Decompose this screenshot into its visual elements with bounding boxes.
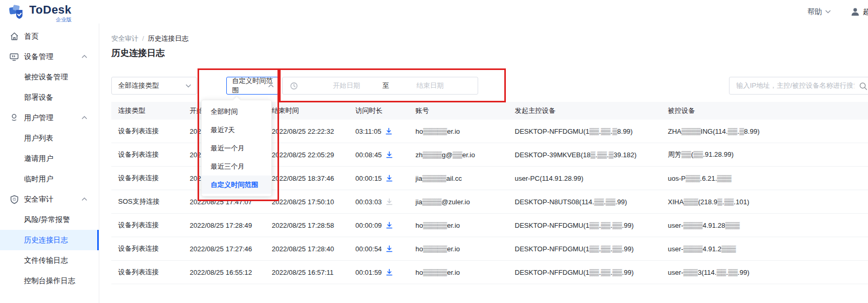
todesk-logo-icon — [8, 4, 26, 20]
date-range-to-label: 至 — [378, 81, 394, 90]
dropdown-option-all-time[interactable]: 全部时间 — [202, 102, 271, 121]
chevron-up-icon — [82, 116, 87, 120]
sidebar-item-risk-alerts[interactable]: 风险/异常报警 — [0, 209, 99, 230]
home-icon — [9, 32, 19, 41]
breadcrumb-parent[interactable]: 安全审计 — [111, 34, 138, 42]
col-connection-type: 连接类型 — [111, 106, 190, 115]
account-menu[interactable]: 超级管理员 — [851, 7, 868, 17]
col-end-time: 结束时间 — [272, 106, 355, 115]
col-duration: 访问时长 — [355, 106, 415, 115]
sidebar-item-device-mgmt[interactable]: 设备管理 — [0, 46, 99, 67]
sidebar-item-security-audit[interactable]: 安全审计 — [0, 189, 99, 209]
clock-icon — [290, 82, 298, 90]
chevron-down-icon — [186, 84, 191, 88]
chevron-down-icon — [825, 10, 831, 14]
sidebar-item-user-list[interactable]: 用户列表 — [0, 128, 99, 148]
date-range-picker[interactable]: 开始日期 至 结束日期 — [282, 77, 478, 95]
time-range-select[interactable]: 自定义时间范围 — [226, 77, 279, 95]
dropdown-option-last-7-days[interactable]: 最近7天 — [202, 121, 271, 139]
user-group-icon — [9, 113, 19, 123]
account-label: 超级管理员 — [863, 7, 868, 17]
help-label: 帮助 — [807, 7, 822, 17]
brand-logo[interactable]: ToDesk 企业版 — [8, 4, 72, 24]
sidebar-item-file-transfer-logs[interactable]: 文件传输日志 — [0, 250, 99, 271]
brand-name: ToDesk — [29, 4, 72, 16]
main-content: 安全审计/历史连接日志 历史连接日志 全部连接类型 自定义时间范围 开始日期 至… — [99, 24, 868, 303]
shield-icon — [9, 195, 19, 204]
chevron-up-icon — [82, 55, 87, 59]
download-record-icon[interactable] — [386, 245, 393, 252]
table-row: 设备列表连接 2022/08/25 17:27:46 2022/08/25 17… — [111, 237, 868, 261]
table-row: 设备列表连接 2022/08/25 17:28:49 2022/08/25 17… — [111, 214, 868, 237]
sidebar-item-controlled-devices[interactable]: 被控设备管理 — [0, 67, 99, 87]
sidebar-item-deploy-devices[interactable]: 部署设备 — [0, 87, 99, 108]
time-range-dropdown: 全部时间 最近7天 最近一个月 最近三个月 自定义时间范围 — [201, 100, 272, 196]
dropdown-option-last-3-months[interactable]: 最近三个月 — [202, 157, 271, 176]
download-record-icon-disabled — [386, 198, 393, 205]
download-record-icon[interactable] — [386, 174, 393, 182]
download-record-icon[interactable] — [385, 127, 392, 135]
sidebar-item-home[interactable]: 首页 — [0, 26, 99, 46]
brand-edition: 企业版 — [29, 16, 72, 24]
top-bar: ToDesk 企业版 帮助 超级管理员 — [0, 0, 868, 24]
search-icon[interactable] — [859, 82, 867, 90]
page-title: 历史连接日志 — [111, 47, 165, 59]
breadcrumb: 安全审计/历史连接日志 — [111, 34, 189, 43]
connection-type-select[interactable]: 全部连接类型 — [111, 77, 197, 95]
download-record-icon[interactable] — [386, 269, 393, 276]
sidebar-item-history-logs[interactable]: 历史连接日志 — [0, 230, 99, 250]
sidebar-item-user-mgmt[interactable]: 用户管理 — [0, 108, 99, 128]
sidebar-nav: 首页 设备管理 被控设备管理 部署设备 用户管理 — [0, 24, 99, 303]
col-account: 账号 — [415, 106, 515, 115]
device-icon — [9, 52, 19, 62]
search-input[interactable]: 输入IP地址，主控/被控设备名称进行搜索 — [729, 77, 868, 95]
dropdown-option-last-month[interactable]: 最近一个月 — [202, 139, 271, 157]
sidebar-item-invite-user[interactable]: 邀请用户 — [0, 148, 99, 169]
sidebar-item-temp-user[interactable]: 临时用户 — [0, 169, 99, 189]
dropdown-option-custom-range[interactable]: 自定义时间范围 — [202, 176, 271, 194]
chevron-up-icon — [268, 84, 274, 88]
download-record-icon[interactable] — [386, 222, 393, 229]
download-record-icon[interactable] — [386, 151, 393, 158]
help-menu[interactable]: 帮助 — [807, 7, 831, 17]
table-row: 设备列表连接 2022/08/25 16:55:12 2022/08/25 16… — [111, 261, 868, 284]
sidebar-item-console-logs[interactable]: 控制台操作日志 — [0, 271, 99, 291]
col-source-device: 发起主控设备 — [515, 106, 668, 115]
search-placeholder: 输入IP地址，主控/被控设备名称进行搜索 — [736, 81, 854, 90]
chevron-up-icon — [82, 197, 87, 201]
breadcrumb-current: 历史连接日志 — [148, 34, 189, 42]
col-target-device: 被控设备 — [668, 106, 868, 115]
user-avatar-icon — [851, 7, 860, 16]
end-date-input[interactable]: 结束日期 — [399, 81, 461, 90]
start-date-input[interactable]: 开始日期 — [315, 81, 378, 90]
app-window: ToDesk 企业版 帮助 超级管理员 — [0, 0, 868, 303]
